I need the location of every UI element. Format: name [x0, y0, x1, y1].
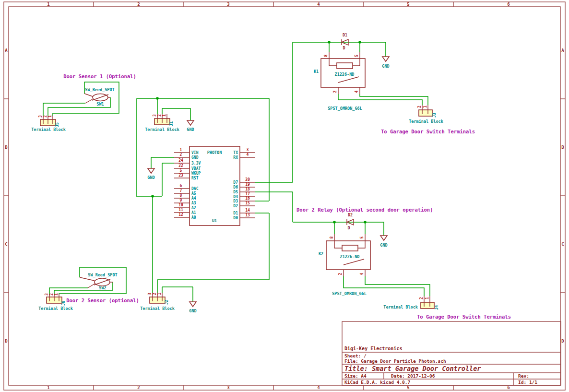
- component-k1-relay[interactable]: 8 5 2 4 K1 Z1226-ND SPST_OMRON_G6L: [314, 52, 365, 111]
- frame-col-label: 3: [227, 2, 229, 7]
- frame-col-label: 5: [407, 385, 409, 390]
- frame-col-label: 3: [227, 385, 229, 390]
- photon-pin-number: 11: [178, 208, 183, 212]
- component-j5-terminal[interactable]: 3 2 1 J5 Terminal Block: [31, 115, 66, 132]
- photon-pin-name: A4: [191, 196, 196, 201]
- component-k2-relay[interactable]: 8 5 2 4 K2 Z1226-ND SPST_OMRON_G6L: [319, 234, 370, 296]
- k1-ref: K1: [314, 69, 319, 74]
- j3-pin2: 2: [417, 106, 422, 108]
- photon-value: PHOTON: [207, 150, 222, 155]
- j1-pin2: 2: [157, 114, 162, 117]
- j6-ref: J6: [61, 301, 66, 306]
- photon-ref: U1: [212, 218, 217, 223]
- wires[interactable]: [43, 41, 430, 302]
- frame-row-label: A: [561, 48, 564, 53]
- gnd-symbol-k2[interactable]: GND: [380, 236, 387, 248]
- gnd-symbol-mid-bottom[interactable]: GND: [189, 302, 196, 313]
- j5-ref: J5: [55, 122, 59, 127]
- photon-pin-name: 3.3V: [191, 161, 201, 166]
- component-j2-terminal[interactable]: 3 2 1 J2 Terminal Block: [140, 293, 175, 311]
- frame-row-label: A: [5, 48, 8, 53]
- frame-row-label: B: [561, 145, 564, 150]
- photon-pin-number: 10: [178, 203, 183, 207]
- photon-pin-number: 2: [180, 153, 182, 157]
- component-d1-diode[interactable]: D1 D: [342, 33, 348, 50]
- photon-pin-name: RST: [191, 176, 199, 180]
- photon-pin-number: 22: [178, 164, 183, 168]
- component-d2-diode[interactable]: D2 D: [347, 213, 354, 230]
- component-u1-photon[interactable]: PHOTON U1 1VIN2GND243.3V22VBAT5WKUP23RST…: [174, 146, 255, 226]
- note-door-sensor-1: Door Sensor 1 (Optional): [63, 73, 136, 79]
- titleblock-date: Date: 2017-12-06: [391, 373, 435, 379]
- gnd-symbol-photon[interactable]: GND: [147, 168, 154, 180]
- photon-pin-name: TX: [233, 151, 238, 155]
- schematic-notes: Door Sensor 1 (Optional) Door 2 Sensor (…: [63, 73, 511, 320]
- frame-col-label: 2: [137, 385, 140, 390]
- photon-pin-number: 14: [245, 208, 250, 213]
- j2-pin2: 2: [153, 293, 157, 295]
- j1-pin1: 1: [162, 114, 166, 117]
- note-to-garage-2: To Garage Door Switch Terminals: [417, 314, 511, 320]
- photon-pin-name: D4: [233, 195, 238, 199]
- j4-value: Terminal Block: [383, 305, 418, 309]
- photon-pin-number: 17: [245, 192, 250, 196]
- frame-row-label: C: [561, 242, 564, 247]
- photon-pin-name: D5: [233, 190, 238, 194]
- photon-pin-name: A2: [191, 206, 196, 210]
- component-j4-terminal[interactable]: 2 1 J4 Terminal Block: [383, 296, 439, 310]
- gnd-label: GND: [187, 127, 194, 132]
- gnd-label: GND: [189, 309, 196, 313]
- photon-pin-name: A3: [191, 201, 196, 205]
- k2-pin2: 2: [338, 273, 343, 275]
- photon-pin-number: 5: [180, 168, 182, 173]
- schematic-canvas: 112233445566AABBCCDD: [0, 0, 569, 392]
- k2-value: Z1226-ND: [340, 254, 360, 259]
- titleblock-rev: Rev:: [518, 373, 529, 379]
- photon-pin-number: 1: [180, 148, 182, 152]
- photon-pin-number: 23: [178, 173, 183, 178]
- photon-pin-name: D7: [233, 180, 238, 185]
- titleblock-company: Digi-Key Electronics: [344, 346, 402, 351]
- photon-pin-number: 19: [245, 182, 250, 187]
- photon-pin-number: 13: [245, 213, 250, 217]
- sheet-frame: 112233445566AABBCCDD: [4, 2, 565, 390]
- j5-pin2: 2: [43, 115, 47, 118]
- j2-ref: J2: [164, 300, 169, 305]
- titleblock-sheet: Sheet: /: [344, 353, 367, 358]
- photon-pin-name: VBAT: [191, 166, 201, 171]
- j5-pin3: 3: [38, 115, 43, 118]
- photon-pin-number: 20: [245, 178, 250, 182]
- k1-pin5: 5: [355, 54, 359, 57]
- j5-pin1: 1: [48, 115, 52, 118]
- j3-ref: J3: [432, 113, 437, 118]
- photon-pin-name: GND: [191, 155, 199, 160]
- frame-col-label: 4: [317, 385, 320, 390]
- j1-pin3: 3: [153, 114, 157, 117]
- component-j1-terminal[interactable]: 3 2 1 J1 Terminal Block: [145, 114, 179, 132]
- photon-pin-name: VIN: [191, 151, 199, 155]
- j1-value: Terminal Block: [145, 127, 179, 132]
- note-to-garage-1: To Garage Door Switch Terminals: [381, 129, 475, 134]
- photon-pin-number: 4: [247, 153, 249, 157]
- frame-col-label: 1: [47, 385, 49, 390]
- frame-col-label: 6: [507, 2, 510, 7]
- photon-pins: 1VIN2GND243.3V22VBAT5WKUP23RST6DAC7A58A4…: [174, 148, 255, 220]
- j4-pin1: 1: [425, 297, 429, 299]
- j2-pin3: 3: [148, 293, 152, 295]
- k2-pin8: 8: [330, 236, 334, 238]
- photon-pin-name: A5: [191, 191, 196, 196]
- sw1-ref: SW1: [96, 102, 104, 107]
- component-j3-terminal[interactable]: 2 1 J3 Terminal Block: [409, 105, 443, 124]
- j6-value: Terminal Block: [38, 306, 73, 311]
- sw1-value: SW_Reed_SPDT: [85, 87, 114, 92]
- k1-footprint: SPST_OMRON_G6L: [328, 106, 362, 111]
- k1-pin8: 8: [324, 54, 328, 57]
- photon-pin-number: 24: [178, 158, 183, 163]
- gnd-symbol-mid-top[interactable]: GND: [187, 120, 194, 132]
- photon-pin-name: D0: [233, 216, 238, 220]
- titleblock-file: File: Garage Door Particle Photon.sch: [344, 358, 446, 364]
- gnd-symbol-k1[interactable]: GND: [382, 57, 389, 69]
- titleblock-id: Id: 1/1: [518, 380, 537, 385]
- j6-pin3: 3: [45, 293, 49, 296]
- titleblock-kicad: KiCad E.D.A. kicad 4.0.7: [344, 380, 410, 385]
